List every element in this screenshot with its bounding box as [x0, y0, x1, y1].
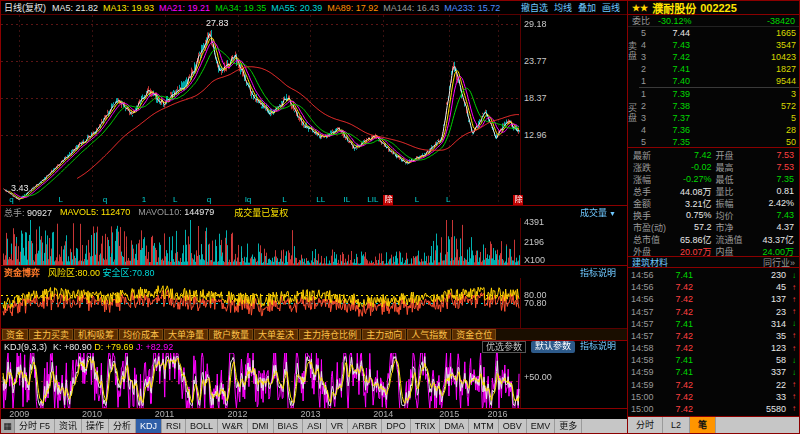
bottom-tab[interactable]: 操作	[82, 419, 109, 433]
ma-value: MA55: 20.39	[271, 3, 322, 13]
volume-pane[interactable]: 43912196X100	[1, 218, 627, 265]
event-marker[interactable]: L	[415, 195, 419, 205]
indicator-tab[interactable]: 主力买卖	[29, 329, 73, 340]
industry-compare-link[interactable]: 同行业»	[763, 256, 795, 269]
tick-time: 14:58	[631, 355, 661, 365]
event-marker[interactable]: LIL	[367, 195, 378, 205]
bottom-tab[interactable]: BIAS	[274, 419, 304, 433]
indicator-tab[interactable]: 散户数量	[209, 329, 253, 340]
bottom-tab[interactable]: KDJ	[136, 419, 162, 433]
period-selector[interactable]: 日线(复权)	[4, 1, 46, 14]
kdj-param-button[interactable]: 默认参数	[531, 341, 575, 353]
year-label: 2014	[373, 409, 393, 419]
bottom-tab[interactable]: 分析	[109, 419, 136, 433]
order-price[interactable]: 7.42	[648, 52, 690, 62]
bottom-tab[interactable]: 资讯	[55, 419, 82, 433]
stat: 涨跌-0.02	[631, 161, 714, 173]
bottom-tab[interactable]: ARBR	[348, 419, 382, 433]
order-price[interactable]: 7.41	[648, 64, 690, 74]
year-label: 2015	[439, 409, 459, 419]
indicator-tab[interactable]: 大单差决	[254, 329, 298, 340]
favorite-stars-icon[interactable]: ★★	[632, 3, 648, 13]
indicator-tab[interactable]: 资金	[2, 329, 28, 340]
event-marker[interactable]: IL	[343, 195, 350, 205]
bottom-tab[interactable]: VR	[327, 419, 349, 433]
event-marker[interactable]: L	[446, 195, 450, 205]
bottom-tab[interactable]: DPO	[382, 419, 411, 433]
sector-link[interactable]: 建筑材料	[632, 256, 668, 269]
stat: 最新7.42	[631, 149, 714, 161]
event-marker[interactable]: q	[103, 195, 107, 205]
order-price[interactable]: 7.37	[648, 113, 690, 123]
order-price[interactable]: 7.38	[648, 101, 690, 111]
order-volume: 50	[690, 137, 796, 147]
bottom-tab[interactable]: DMI	[248, 419, 274, 433]
order-price[interactable]: 7.43	[648, 40, 690, 50]
indicator-tab[interactable]: 主力持仓比例	[299, 329, 361, 340]
kdj-canvas[interactable]	[1, 353, 521, 409]
chart-tool-button[interactable]: 撤自选	[521, 1, 548, 14]
event-marker[interactable]: q	[207, 195, 211, 205]
layout-grid-icon[interactable]: ▦	[1, 419, 15, 433]
bottom-tab[interactable]: W&R	[218, 419, 248, 433]
order-row: 47.433547	[639, 39, 799, 51]
indicator-tab[interactable]: 资金仓位	[452, 329, 496, 340]
order-volume: 1827	[690, 64, 796, 74]
bottom-tab[interactable]: 分时 F5	[15, 419, 55, 433]
bottom-tab[interactable]: DMA	[440, 419, 469, 433]
event-marker[interactable]: 1	[142, 195, 146, 205]
panel-tab[interactable]: L2	[663, 417, 690, 433]
tick-direction-icon: ↑	[786, 392, 796, 401]
tick-price: 7.42	[661, 282, 693, 292]
money-flow-canvas[interactable]	[1, 278, 521, 329]
bottom-tab[interactable]: 更多	[555, 419, 582, 433]
money-indicator-help-link[interactable]: 指标说明	[580, 266, 624, 279]
ma-value: MA13: 19.93	[103, 3, 154, 13]
order-price[interactable]: 7.40	[648, 76, 690, 86]
stat: 市净4.37	[714, 221, 797, 233]
bottom-tab[interactable]: MTM	[469, 419, 499, 433]
candlestick-canvas[interactable]	[1, 15, 521, 206]
indicator-tab[interactable]: 机构吸筹	[74, 329, 118, 340]
panel-tab[interactable]: 笔	[690, 417, 716, 433]
volume-indicator-selector[interactable]: 成交量	[580, 206, 624, 219]
chart-area: 日线(复权) MA5: 21.82MA13: 19.93MA21: 19.21M…	[1, 1, 627, 433]
kdj-help-link[interactable]: 指标说明	[580, 341, 616, 353]
tick-volume: 33	[693, 392, 786, 402]
panel-tab[interactable]: 分时	[628, 417, 663, 433]
event-marker[interactable]: L	[59, 195, 63, 205]
chart-tool-button[interactable]: 均线	[554, 1, 572, 14]
chart-tool-button[interactable]: 叠加	[578, 1, 596, 14]
bottom-tab[interactable]: OBV	[499, 419, 527, 433]
order-price[interactable]: 7.36	[648, 125, 690, 135]
event-marker[interactable]: LL	[316, 195, 325, 205]
volume-canvas[interactable]	[1, 218, 521, 265]
price-axis-label: 29.18	[524, 19, 547, 29]
event-marker[interactable]: L	[282, 195, 286, 205]
bottom-tab[interactable]: TRIX	[411, 419, 441, 433]
bottom-tab[interactable]: EMV	[527, 419, 556, 433]
order-price[interactable]: 7.39	[648, 89, 690, 99]
main-candlestick-chart[interactable]: 27.83 3.43 qLq1LqlqLLLILLIL除LL除 29.1823.…	[1, 14, 627, 205]
mavol5-value: MAVOL5: 112470	[60, 207, 130, 217]
event-marker[interactable]: q	[9, 195, 13, 205]
indicator-tab[interactable]: 主力动向	[362, 329, 406, 340]
indicator-tab[interactable]: 人气指数	[407, 329, 451, 340]
money-flow-pane[interactable]: 资金博弈 风险区:80.00 安全区:70.80 指标说明 80.0070.80	[1, 265, 627, 328]
money-flow-title: 资金博弈	[4, 266, 40, 279]
kdj-param-button[interactable]: 优选参数	[482, 341, 526, 353]
event-marker[interactable]: lq	[245, 195, 251, 205]
ex-dividend-marker[interactable]: 除	[513, 195, 523, 205]
chart-tool-button[interactable]: 画线	[602, 1, 620, 14]
chart-toolbar: 撤自选均线叠加画线	[521, 1, 624, 14]
ex-dividend-marker[interactable]: 除	[383, 195, 393, 205]
order-price[interactable]: 7.44	[648, 28, 690, 38]
bottom-tab[interactable]: RSI	[162, 419, 186, 433]
event-marker[interactable]: L	[173, 195, 177, 205]
bottom-tab[interactable]: BOLL	[186, 419, 218, 433]
indicator-tab[interactable]: 均价成本	[119, 329, 163, 340]
bottom-tab[interactable]: ASI	[303, 419, 327, 433]
indicator-tab[interactable]: 大单净量	[164, 329, 208, 340]
order-price[interactable]: 7.35	[648, 137, 690, 147]
kdj-pane[interactable]: KDJ(9,3,3) K: +80.90 D: +79.69 J: +82.92…	[1, 340, 627, 408]
